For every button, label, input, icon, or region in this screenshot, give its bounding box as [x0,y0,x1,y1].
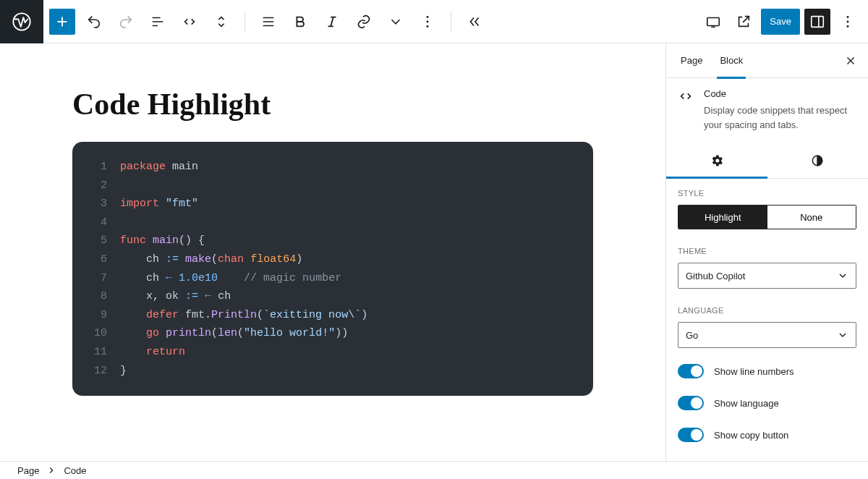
svg-point-3 [427,25,429,27]
svg-point-1 [427,16,429,18]
chevron-right-icon [46,465,56,475]
style-label: Style [678,189,856,198]
breadcrumb-root[interactable]: Page [17,465,39,476]
theme-label: Theme [678,247,856,255]
svg-point-6 [847,16,849,18]
theme-section: Theme Github Copilot [666,237,868,296]
svg-rect-4 [707,17,720,25]
style-section: Style Highlight None [666,179,868,237]
theme-value: Github Copilot [686,271,745,281]
line-number: 6 [85,250,107,269]
show-language-switch[interactable] [678,396,704,410]
language-select[interactable]: Go [678,322,856,348]
line-numbers-switch[interactable] [678,364,704,378]
theme-select[interactable]: Github Copilot [678,263,856,289]
toggle-label: Show copy button [714,430,788,441]
style-highlight-option[interactable]: Highlight [678,205,767,229]
block-description: Display code snippets that respect your … [704,103,856,132]
undo-button[interactable] [81,9,107,35]
svg-point-7 [847,20,849,22]
editor-canvas[interactable]: Code Highlight 1package main 2 3import "… [0,43,665,461]
line-number: 11 [85,343,107,362]
bold-button[interactable] [287,9,313,35]
line-number: 9 [85,306,107,325]
toolbar-divider [244,11,245,33]
save-button[interactable]: Save [761,9,800,35]
breadcrumb-current[interactable]: Code [64,465,86,476]
line-number: 7 [85,269,107,288]
svg-point-2 [427,20,429,22]
line-number: 1 [85,158,107,177]
code-block[interactable]: 1package main 2 3import "fmt" 4 5func ma… [72,142,593,396]
style-none-option[interactable]: None [767,205,856,229]
more-menu-button[interactable] [835,9,861,35]
code-icon [678,88,694,132]
toggle-label: Show line numbers [714,366,794,377]
svg-rect-5 [812,16,824,27]
copy-button-switch[interactable] [678,428,704,442]
toggle-line-numbers: Show line numbers [666,355,868,387]
collapse-toolbar-button[interactable] [461,9,488,35]
close-sidebar-button[interactable] [839,49,862,72]
contrast-icon [810,153,825,168]
italic-button[interactable] [319,9,345,35]
line-number: 3 [85,195,107,213]
language-label: Language [678,306,856,315]
style-segment: Highlight None [678,205,856,229]
language-section: Language Go [666,296,868,355]
block-info: Code Display code snippets that respect … [666,78,868,143]
toggle-show-language: Show language [666,387,868,419]
svg-point-8 [847,25,849,27]
link-button[interactable] [351,9,377,35]
tab-block[interactable]: Block [711,43,752,78]
tab-page[interactable]: Page [672,43,711,78]
line-number: 5 [85,232,107,250]
line-number: 10 [85,324,107,343]
block-name: Code [704,88,856,99]
toggle-label: Show language [714,398,779,409]
language-value: Go [686,330,698,341]
page-title[interactable]: Code Highlight [72,87,629,122]
settings-sidebar: Page Block Code Display code snippets th… [665,43,868,461]
align-button[interactable] [255,9,281,35]
preview-button[interactable] [700,9,726,35]
code-block-icon[interactable] [176,9,203,35]
styles-tab[interactable] [767,143,869,178]
document-overview-button[interactable] [145,9,171,35]
wordpress-logo[interactable] [0,0,43,43]
format-dropdown[interactable] [383,9,409,35]
toggle-copy-button: Show copy button [666,419,868,451]
redo-button[interactable] [113,9,139,35]
line-number: 8 [85,287,107,306]
move-updown-button[interactable] [208,9,234,35]
breadcrumb: Page Code [0,461,868,479]
settings-sidebar-toggle[interactable] [804,9,830,35]
settings-tab[interactable] [666,143,767,178]
toolbar-divider [451,11,451,33]
gear-icon [710,153,724,168]
line-number: 2 [85,177,107,195]
chevron-down-icon [837,270,848,281]
view-external-button[interactable] [731,9,757,35]
line-number: 4 [85,213,107,232]
chevron-down-icon [837,329,848,341]
line-number: 12 [85,362,107,381]
more-options-button[interactable] [414,9,441,35]
add-block-button[interactable] [49,9,75,35]
top-toolbar: Save [0,0,868,43]
